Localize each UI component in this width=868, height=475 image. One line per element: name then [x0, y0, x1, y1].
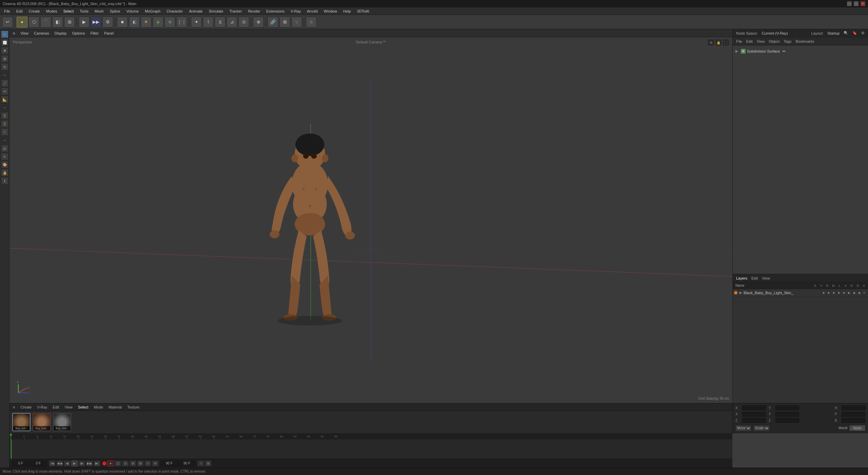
tool-pen[interactable]: ✏ — [1, 88, 8, 95]
menu-3dtoai[interactable]: 3DToAI — [354, 8, 372, 14]
menu-character[interactable]: Character — [164, 8, 185, 14]
generator-button[interactable]: ⧖ — [215, 17, 225, 27]
frame-end-input2[interactable] — [178, 461, 195, 466]
layer-v-btn[interactable]: ■ — [826, 290, 831, 295]
menu-tracker[interactable]: Tracker — [227, 8, 245, 14]
menu-animate[interactable]: Animate — [186, 8, 205, 14]
tool-measure[interactable]: 📐 — [1, 96, 8, 103]
menu-arnold[interactable]: Arnold — [304, 8, 320, 14]
menu-tools[interactable]: Tools — [77, 8, 91, 14]
tool-s1[interactable]: S — [1, 112, 8, 119]
btn-vray[interactable]: V-Ray — [36, 404, 48, 410]
layer-x-btn[interactable]: ✕ — [862, 290, 867, 295]
node-bookmarks-tab[interactable]: Bookmarks — [794, 39, 815, 44]
coord-x2-input[interactable] — [742, 412, 766, 417]
key-sel-button[interactable]: ⊟ — [122, 460, 129, 467]
key-scale-btn[interactable]: ⊠ — [137, 460, 144, 467]
viewport-menu-cameras[interactable]: Cameras — [33, 31, 51, 36]
node-file-tab[interactable]: File — [735, 39, 744, 44]
select-mesh-button[interactable]: ⬡ — [28, 17, 39, 27]
menu-render[interactable]: Render — [245, 8, 263, 14]
viewport-menu-filter[interactable]: Filter — [89, 31, 100, 36]
layer-d-btn[interactable]: ◆ — [857, 290, 862, 295]
snap-button[interactable]: 🔗 — [268, 17, 278, 27]
viewport-menu-options[interactable]: Options — [71, 31, 86, 36]
add-button[interactable]: ⊕ — [164, 17, 175, 27]
sphere-button[interactable]: ◐ — [129, 17, 140, 27]
select-poly-button[interactable]: ◧ — [52, 17, 63, 27]
key-param-btn[interactable]: ⊗ — [152, 460, 159, 467]
tool-layers[interactable]: ≡ — [1, 153, 8, 160]
tool-rotate[interactable]: ↻ — [1, 63, 8, 71]
btn-material[interactable]: Material — [107, 404, 123, 410]
layers-edit-tab[interactable]: Edit — [750, 276, 759, 281]
node-bookmark-icon[interactable]: 🔖 — [851, 30, 859, 36]
menu-help[interactable]: Help — [340, 8, 354, 14]
tool-s3[interactable]: S — [1, 128, 8, 136]
menu-window[interactable]: Window — [321, 8, 340, 14]
viewport-menu-view[interactable]: View — [19, 31, 30, 36]
axis-tool-button[interactable]: ⊕ — [253, 17, 264, 27]
layer-row-0[interactable]: ▶ Black_Baby_Boy_Light_Skin_ ■ ■ ■ ■ ■ ▶ — [733, 289, 868, 297]
light-button[interactable]: ☀ — [141, 17, 152, 27]
layer-s-btn[interactable]: ■ — [821, 290, 826, 295]
camera-button[interactable]: ⊙ — [238, 17, 249, 27]
workplane-button[interactable]: ⊞ — [279, 17, 290, 27]
node-search-icon[interactable]: 🔍 — [842, 30, 850, 36]
node-tags-tab[interactable]: Tags — [782, 39, 793, 44]
vray-icon-button[interactable]: V — [291, 17, 302, 27]
menu-extensions[interactable]: Extensions — [263, 8, 287, 14]
coord-b-input[interactable] — [842, 418, 865, 423]
minimize-button[interactable]: – — [847, 1, 852, 6]
coord-p-input[interactable] — [842, 412, 865, 417]
tool-s2[interactable]: S — [1, 120, 8, 128]
record-button[interactable] — [102, 461, 106, 466]
viewport-lock-icon[interactable]: 🔒 — [715, 39, 722, 45]
tool-line[interactable]: ╱ — [1, 79, 8, 87]
coord-y2-input[interactable] — [775, 412, 799, 417]
material-item-2[interactable]: Boy_clot... — [53, 413, 71, 431]
anim-options-btn[interactable]: ⊞ — [205, 460, 212, 467]
menu-spline[interactable]: Spline — [107, 8, 123, 14]
tool-move[interactable]: ↖ — [1, 31, 8, 38]
layer-r-btn[interactable]: ■ — [831, 290, 836, 295]
menu-file[interactable]: File — [1, 8, 13, 14]
node-edit-pencil[interactable]: ✏ — [783, 49, 786, 54]
layer-l-btn[interactable]: ■ — [842, 290, 846, 295]
btn-texture[interactable]: Texture — [126, 404, 141, 410]
viewport-menu-panel[interactable]: Panel — [103, 31, 115, 36]
go-start-button[interactable]: |◀ — [49, 460, 56, 467]
btn-view[interactable]: View — [63, 404, 74, 410]
auto-key-button[interactable]: ● — [107, 460, 114, 467]
frame-current-input[interactable] — [30, 461, 47, 466]
prev-key-button[interactable]: ◀◀ — [56, 460, 63, 467]
key-pos-button[interactable]: ⊞ — [130, 460, 136, 467]
light2-button[interactable]: ☆ — [306, 17, 317, 27]
menu-vray[interactable]: V-Ray — [288, 8, 303, 14]
tool-magnet[interactable]: ◎ — [1, 145, 8, 152]
apply-button[interactable]: Apply — [849, 425, 865, 431]
tool-lock[interactable]: 🔒 — [1, 169, 8, 176]
move-dropdown[interactable]: Move — [735, 425, 751, 431]
layers-tab[interactable]: Layers — [735, 276, 749, 281]
menu-mesh[interactable]: Mesh — [92, 8, 106, 14]
menu-create[interactable]: Create — [26, 8, 43, 14]
coord-h-input[interactable] — [842, 405, 865, 410]
layers-view-tab[interactable]: View — [761, 276, 771, 281]
select-model-button[interactable]: ● — [17, 17, 27, 27]
coord-z2-input[interactable] — [775, 418, 799, 423]
btn-mode[interactable]: Mode — [93, 404, 105, 410]
menu-select[interactable]: Select — [61, 8, 77, 14]
close-button[interactable]: ✕ — [861, 1, 865, 6]
vray-material-button[interactable]: ◈ — [153, 17, 163, 27]
node-layout-value[interactable]: Startup — [826, 31, 841, 36]
viewport-maximize-icon[interactable]: ⛶ — [723, 39, 729, 45]
3d-viewport[interactable]: Perspective Default Camera ** Grid Spaci… — [9, 37, 732, 403]
select-edge-button[interactable]: ⌒ — [40, 17, 51, 27]
go-end-button[interactable]: ▶| — [94, 460, 100, 467]
viewport-menu-toggle[interactable]: ≡ — [12, 31, 16, 36]
prev-frame-button[interactable]: ◀ — [64, 460, 71, 467]
key-rot-btn[interactable]: ⊙ — [144, 460, 151, 467]
effector-button[interactable]: ⊿ — [226, 17, 237, 27]
layer-m-btn[interactable]: ■ — [836, 290, 841, 295]
